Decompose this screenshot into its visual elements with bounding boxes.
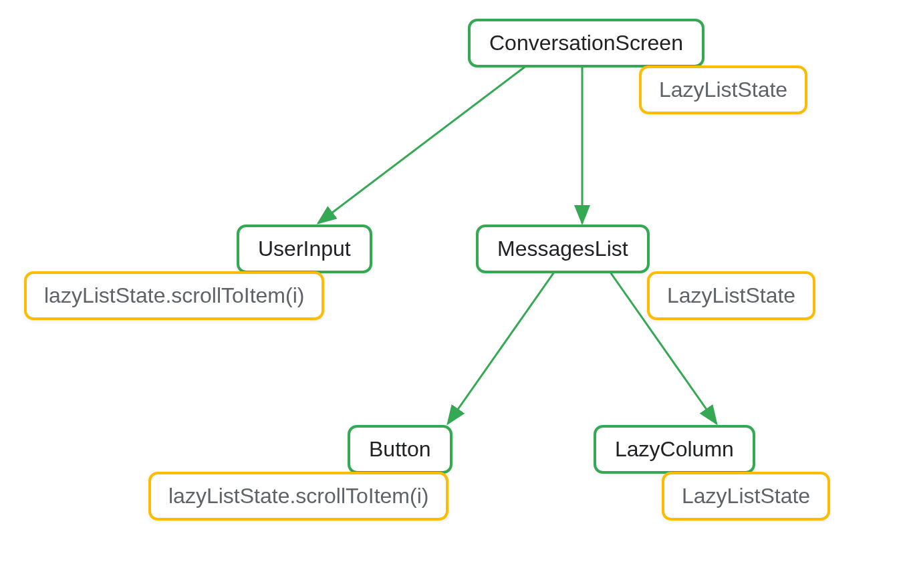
node-label: LazyListState [659,78,787,102]
node-button-state: lazyListState.scrollToItem(i) [148,472,448,521]
node-messages-list-state: LazyListState [647,271,815,320]
node-conversation-screen: ConversationScreen [468,19,704,67]
node-label: UserInput [258,237,351,261]
svg-line-3 [448,271,555,424]
node-label: lazyListState.scrollToItem(i) [44,283,304,307]
node-label: LazyListState [682,484,810,508]
node-conversation-screen-state: LazyListState [639,65,807,114]
node-label: lazyListState.scrollToItem(i) [168,484,428,508]
node-lazy-column: LazyColumn [594,425,755,474]
node-label: Button [369,437,431,461]
node-messages-list: MessagesList [476,225,650,273]
svg-line-1 [318,65,527,223]
node-label: LazyColumn [615,437,734,461]
node-button: Button [348,425,453,474]
node-lazy-column-state: LazyListState [662,472,830,521]
node-user-input-state: lazyListState.scrollToItem(i) [24,271,324,320]
node-user-input: UserInput [237,225,372,273]
node-label: ConversationScreen [489,31,683,55]
node-label: LazyListState [667,283,795,307]
node-label: MessagesList [497,237,628,261]
